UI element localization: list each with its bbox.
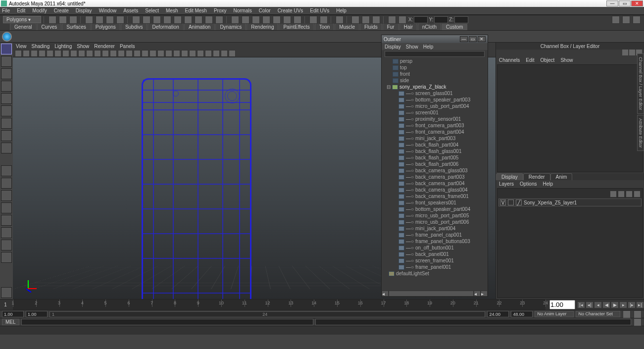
vp-icon[interactable] [15,50,22,57]
menu-modify[interactable]: Modify [32,8,47,13]
layout-persp[interactable] [1,215,12,226]
outliner-item[interactable]: —○ back_flash_part005 [383,154,487,161]
outliner-item[interactable]: —○ mini_jack_part003 [383,135,487,142]
select-tool[interactable] [1,44,12,54]
vp-icon[interactable] [94,50,101,57]
layout-script[interactable] [1,252,12,263]
outliner-search-input[interactable] [385,51,485,57]
tool-icon[interactable] [143,16,150,24]
shelf-tab-deformation[interactable]: Deformation [148,24,183,30]
outliner-item[interactable]: —○ back_camera_glass003 [383,167,487,174]
tool-icon[interactable] [336,16,344,24]
layer-icon[interactable] [610,191,617,198]
layer-tab-display[interactable]: Display [496,173,523,180]
menu-editmesh[interactable]: Edit Mesh [185,8,206,13]
tool-icon[interactable] [85,16,93,24]
shelf-tab-animation[interactable]: Animation [184,24,215,30]
outliner-item[interactable]: —○ front_camera_part004 [383,129,487,135]
scale-tool[interactable] [1,105,12,116]
vp-icon[interactable] [149,50,156,57]
manip-tool[interactable] [1,118,12,129]
timeline[interactable]: 1 12345678910111213141516171819202122232… [0,299,644,310]
range-start-outer[interactable] [2,311,24,317]
outliner-item[interactable]: —○ micro_usb_port_part004 [383,103,487,109]
outliner-item[interactable]: —○ back_flash_part006 [383,161,487,167]
tool-icon[interactable] [309,16,317,24]
shelf-tab-fluids[interactable]: Fluids [360,24,382,30]
cb-menu-edit[interactable]: Edit [526,57,534,63]
layout-single[interactable] [1,165,12,176]
tool-icon[interactable] [283,16,291,24]
goto-end[interactable]: ▸| [636,301,644,308]
char-set-dd[interactable]: No Character Set [576,311,620,317]
tool-icon[interactable] [195,16,202,24]
outliner-item[interactable]: —○ mini_jack_part004 [383,225,487,232]
lasso-tool[interactable] [1,56,12,67]
tool-icon[interactable] [362,16,370,24]
vp-icon[interactable] [23,50,30,57]
tool-icon[interactable] [116,16,124,24]
layout-two-v[interactable] [1,202,12,213]
layer-row[interactable]: V ╱ Sony_Xperia_Z5_layer1 [498,199,642,206]
layout-graph[interactable] [1,240,12,250]
outliner-item[interactable]: front [383,71,487,77]
step-fwd-key[interactable]: |▸ [628,301,636,308]
tool-icon[interactable] [132,16,140,24]
tool-icon[interactable] [49,16,56,24]
tool-icon[interactable] [372,16,380,24]
menu-edituvs[interactable]: Edit UVs [310,8,329,13]
outliner-tree[interactable]: persptopfrontside⊟ sony_xperia_Z_black—○… [382,57,488,291]
vp-icon[interactable] [221,50,228,57]
outliner-item[interactable]: top [383,64,487,71]
vp-icon[interactable] [197,50,204,57]
tool-icon[interactable] [163,16,171,24]
outliner-item[interactable]: —○ front_camera_part003 [383,122,487,129]
vp-menu-show[interactable]: Show [77,44,89,49]
layout-outliner[interactable] [1,227,12,238]
layer-type[interactable] [508,199,514,205]
wireframe-object[interactable] [142,78,251,299]
shelf-tab-surfaces[interactable]: Surfaces [62,24,90,30]
current-frame-box[interactable] [549,300,575,309]
vp-icon[interactable] [110,50,117,57]
vp-icon[interactable] [102,50,109,57]
outliner-window[interactable]: Outliner — ▭ ✕ DisplayShowHelp persptopf… [381,35,488,297]
step-back[interactable]: ◂ [594,301,602,308]
vp-icon[interactable] [229,50,236,57]
menu-assets[interactable]: Assets [123,8,138,13]
last-tool[interactable] [1,143,12,153]
range-end-outer[interactable] [511,311,533,317]
close-button[interactable]: ✕ [631,0,643,6]
menu-mesh[interactable]: Mesh [166,8,178,13]
vp-menu-renderer[interactable]: Renderer [94,44,115,49]
layer-menu-options[interactable]: Options [520,181,537,187]
play-fwd[interactable]: ▶ [611,301,619,308]
outliner-item[interactable]: —○ micro_usb_port_part006 [383,219,487,225]
outliner-item[interactable]: —○ back_camera_frame001 [383,193,487,199]
outliner-close[interactable]: ✕ [478,36,486,42]
vp-icon[interactable] [118,50,125,57]
shelf-tab-hair[interactable]: Hair [399,24,417,30]
vp-icon[interactable] [189,50,196,57]
layer-vis[interactable]: V [500,199,506,205]
outliner-item[interactable]: —○ back_camera_part004 [383,180,487,187]
outliner-item[interactable]: side [383,77,487,84]
vp-icon[interactable] [134,50,141,57]
tool-icon[interactable] [262,16,270,24]
outliner-item[interactable]: —○ screen_frame001 [383,257,487,264]
tool-icon[interactable] [205,16,213,24]
autokey-icon[interactable] [623,310,631,318]
layer-tab-anim[interactable]: Anim [550,173,573,180]
outliner-titlebar[interactable]: Outliner — ▭ ✕ [382,35,488,43]
vp-icon[interactable] [86,50,93,57]
shelf-tab-painteffects[interactable]: PaintEffects [279,24,314,30]
time-ruler[interactable]: 123456789101112131415161718192021222324 [13,299,545,310]
cb-icon[interactable] [629,50,635,55]
outliner-maximize[interactable]: ▭ [469,36,477,42]
menu-edit[interactable]: Edit [17,8,25,13]
tool-icon[interactable] [215,16,223,24]
outliner-item[interactable]: —○ on_off_button001 [383,245,487,251]
side-tab[interactable]: Channel Box / Layer Editor [637,53,644,114]
menu-create[interactable]: Create [54,8,69,13]
layout-four[interactable] [1,178,12,189]
